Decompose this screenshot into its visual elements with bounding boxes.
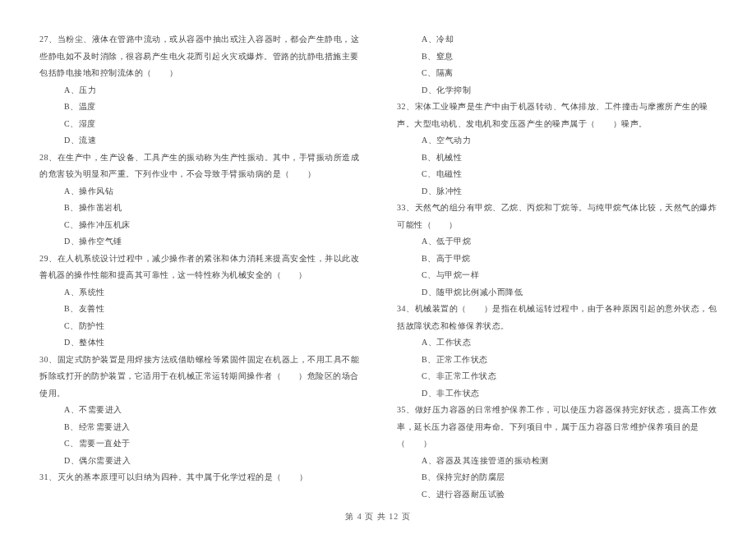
question-35-option-c: C、进行容器耐压试验 bbox=[397, 486, 723, 504]
question-27-option-a: A、压力 bbox=[39, 82, 366, 99]
question-31-option-a: A、冷却 bbox=[397, 31, 723, 48]
question-29-option-a: A、系统性 bbox=[39, 284, 366, 302]
question-33-option-a: A、低于甲烷 bbox=[397, 233, 723, 251]
question-27-text: 27、当粉尘、液体在管路中流动，或从容器中抽出或注入容器时，都会产生静电，这些静… bbox=[39, 31, 366, 82]
question-33-option-c: C、与甲烷一样 bbox=[397, 267, 723, 284]
question-32-option-a: A、空气动力 bbox=[397, 132, 723, 150]
question-34-text: 34、机械装置的（ ）是指在机械运转过程中，由于各种原因引起的意外状态，包括故障… bbox=[397, 301, 723, 334]
question-29-text: 29、在人机系统设计过程中，减少操作者的紧张和体力消耗来提高安全性，并以此改善机… bbox=[39, 251, 366, 284]
question-31-option-b: B、窒息 bbox=[397, 48, 723, 66]
question-33-option-d: D、随甲烷比例减小而降低 bbox=[397, 284, 723, 302]
question-28-option-a: A、操作风钻 bbox=[39, 183, 366, 200]
question-30-option-d: D、偶尔需要进入 bbox=[39, 453, 366, 470]
right-column: A、冷却 B、窒息 C、隔离 D、化学抑制 32、宋体工业噪声是生产中由于机器转… bbox=[389, 31, 723, 485]
question-32-option-b: B、机械性 bbox=[397, 150, 723, 167]
question-28-option-b: B、操作凿岩机 bbox=[39, 200, 366, 217]
question-30-option-b: B、经常需要进入 bbox=[39, 419, 366, 436]
question-33-text: 33、天然气的组分有甲烷、乙烷、丙烷和丁烷等。与纯甲烷气体比较，天然气的爆炸可能… bbox=[397, 200, 723, 233]
question-27-option-d: D、流速 bbox=[39, 132, 366, 150]
question-33-option-b: B、高于甲烷 bbox=[397, 251, 723, 268]
question-34-option-c: C、非正常工作状态 bbox=[397, 368, 723, 385]
question-35-option-b: B、保持完好的防腐层 bbox=[397, 469, 723, 486]
question-29-option-b: B、友善性 bbox=[39, 301, 366, 318]
question-34-option-d: D、非工作状态 bbox=[397, 385, 723, 403]
page-footer: 第 4 页 共 12 页 bbox=[0, 511, 756, 522]
question-30-option-c: C、需要一直处于 bbox=[39, 435, 366, 453]
question-31-option-d: D、化学抑制 bbox=[397, 82, 723, 99]
question-35-text: 35、做好压力容器的日常维护保养工作，可以使压力容器保持完好状态，提高工作效率，… bbox=[397, 402, 723, 453]
question-32-text: 32、宋体工业噪声是生产中由于机器转动、气体排放、工件撞击与摩擦所产生的噪声。大… bbox=[397, 99, 723, 132]
question-27-option-c: C、湿度 bbox=[39, 116, 366, 133]
question-34-option-b: B、正常工作状态 bbox=[397, 352, 723, 369]
question-34-option-a: A、工作状态 bbox=[397, 334, 723, 352]
question-35-option-a: A、容器及其连接管道的振动检测 bbox=[397, 453, 723, 470]
question-30-option-a: A、不需要进入 bbox=[39, 402, 366, 419]
question-31-text: 31、灭火的基本原理可以归纳为四种。其中属于化学过程的是（ ） bbox=[39, 469, 366, 486]
question-32-option-d: D、脉冲性 bbox=[397, 183, 723, 200]
question-27-option-b: B、温度 bbox=[39, 99, 366, 116]
question-29-option-d: D、整体性 bbox=[39, 334, 366, 352]
question-28-option-d: D、操作空气锤 bbox=[39, 233, 366, 251]
question-31-option-c: C、隔离 bbox=[397, 65, 723, 82]
page-container: 27、当粉尘、液体在管路中流动，或从容器中抽出或注入容器时，都会产生静电，这些静… bbox=[0, 0, 756, 509]
question-28-option-c: C、操作冲压机床 bbox=[39, 217, 366, 234]
question-32-option-c: C、电磁性 bbox=[397, 166, 723, 183]
question-29-option-c: C、防护性 bbox=[39, 318, 366, 335]
question-30-text: 30、固定式防护装置是用焊接方法或借助螺栓等紧固件固定在机器上，不用工具不能拆除… bbox=[39, 352, 366, 403]
question-28-text: 28、在生产中，生产设备、工具产生的振动称为生产性振动。其中，手臂振动所造成的危… bbox=[39, 150, 366, 183]
left-column: 27、当粉尘、液体在管路中流动，或从容器中抽出或注入容器时，都会产生静电，这些静… bbox=[39, 31, 389, 485]
